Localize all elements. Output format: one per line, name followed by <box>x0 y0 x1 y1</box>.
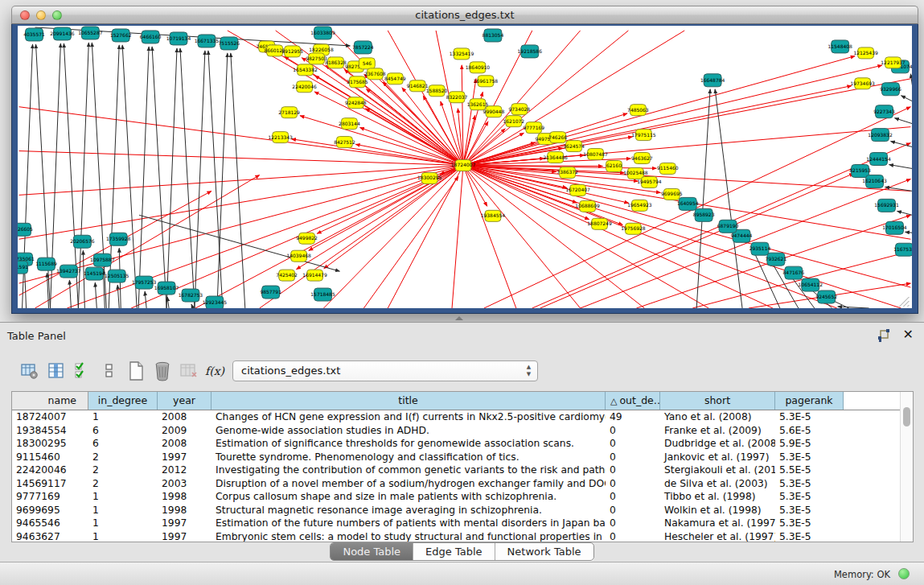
column-header-year[interactable]: year <box>158 392 211 410</box>
table-row[interactable]: 2242004622012Investigating the contribut… <box>12 463 913 477</box>
table-cell[interactable]: Franke et al. (2009) <box>660 424 775 438</box>
edge[interactable] <box>324 166 463 269</box>
table-row[interactable]: 977716911998Corpus callosum shape and si… <box>12 490 913 504</box>
table-cell[interactable]: Embryonic stem cells: a model to study s… <box>211 530 606 543</box>
edge[interactable] <box>692 251 910 308</box>
table-cell[interactable]: 9777169 <box>12 490 88 504</box>
edge[interactable] <box>180 48 195 308</box>
table-cell[interactable]: 5.3E-5 <box>775 517 844 530</box>
table-row[interactable]: 1830029562008Estimation of significance … <box>12 437 913 451</box>
table-cell[interactable]: 5.3E-5 <box>775 490 844 504</box>
table-cell[interactable]: 49 <box>606 410 660 424</box>
edge[interactable] <box>19 166 463 284</box>
table-cell[interactable]: 18300295 <box>12 437 88 451</box>
table-cell[interactable]: 0 <box>606 437 660 451</box>
citation-network-graph[interactable]: 4035571209914361065528715276626466160107… <box>18 26 912 308</box>
table-cell[interactable]: 9463627 <box>12 530 88 543</box>
edge[interactable] <box>19 166 463 196</box>
table-cell[interactable]: 1997 <box>158 517 211 530</box>
edge[interactable] <box>360 127 463 165</box>
table-row[interactable]: 1938455462009Genome-wide association stu… <box>12 424 913 438</box>
tab-network-table[interactable]: Network Table <box>495 543 593 560</box>
edge[interactable] <box>897 211 912 215</box>
edge[interactable] <box>905 232 912 233</box>
close-window-button[interactable] <box>20 10 30 20</box>
table-cell[interactable]: 1 <box>88 504 158 517</box>
table-cell[interactable]: 0 <box>606 424 660 438</box>
table-cell[interactable]: 2 <box>88 451 158 464</box>
edge[interactable] <box>167 297 169 308</box>
table-cell[interactable]: 6 <box>88 424 158 438</box>
edge[interactable] <box>889 165 912 169</box>
table-cell[interactable]: 22420046 <box>12 463 88 477</box>
edge[interactable] <box>195 51 205 308</box>
table-cell[interactable]: Wolkin et al. (1998) <box>660 504 775 517</box>
table-cell[interactable]: 6 <box>88 437 158 451</box>
table-cell[interactable]: Genome-wide association studies in ADHD. <box>211 424 606 438</box>
row-height-button[interactable] <box>99 360 120 381</box>
table-selector-dropdown[interactable]: citations_edges.txt ▲▼ <box>232 360 538 381</box>
edge[interactable] <box>910 74 912 85</box>
edge[interactable] <box>208 51 223 308</box>
tab-edge-table[interactable]: Edge Table <box>413 543 494 560</box>
table-cell[interactable]: 5.9E-5 <box>775 437 844 451</box>
table-cell[interactable]: 5.3E-5 <box>775 530 844 543</box>
table-cell[interactable]: Estimation of significance thresholds fo… <box>211 437 606 451</box>
edge[interactable] <box>95 282 97 308</box>
table-cell[interactable]: Hescheler et al. (1997) <box>660 530 775 543</box>
edge[interactable] <box>324 166 464 308</box>
table-cell[interactable]: 0 <box>606 504 660 517</box>
new-table-settings-button[interactable] <box>19 360 40 381</box>
edge[interactable] <box>463 166 487 207</box>
edge[interactable] <box>122 45 137 308</box>
table-cell[interactable]: 1998 <box>158 504 211 517</box>
table-cell[interactable]: 1997 <box>158 530 211 543</box>
edge[interactable] <box>117 285 119 308</box>
table-cell[interactable]: Nakamura et al. (1997) <box>660 517 775 530</box>
table-cell[interactable]: 9699695 <box>12 504 88 517</box>
edge[interactable] <box>69 280 71 308</box>
table-cell[interactable]: Jankovic et al. (1997) <box>660 451 775 464</box>
table-cell[interactable]: Changes of HCN gene expression and I(f) … <box>211 410 606 424</box>
table-cell[interactable]: Yano et al. (2008) <box>660 410 775 424</box>
table-cell[interactable]: 0 <box>606 463 660 477</box>
column-header-short[interactable]: short <box>660 392 775 410</box>
table-cell[interactable]: Investigating the contribution of common… <box>211 463 606 477</box>
new-document-button[interactable] <box>125 360 146 381</box>
close-panel-icon[interactable]: ✕ <box>903 328 914 342</box>
table-cell[interactable]: 9115460 <box>12 451 88 464</box>
table-cell[interactable]: Stergiakouli et al. (2012) <box>660 463 775 477</box>
edge[interactable] <box>452 166 463 308</box>
edge[interactable] <box>109 45 119 308</box>
column-header-in-degree[interactable]: in_degree <box>88 392 158 410</box>
table-cell[interactable]: 5.3E-5 <box>775 477 844 491</box>
table-cell[interactable]: 1997 <box>158 451 211 464</box>
table-cell[interactable]: 1 <box>88 410 158 424</box>
table-cell[interactable]: 0 <box>606 530 660 543</box>
column-header-out-de-[interactable]: △out_de… <box>606 392 660 410</box>
zoom-window-button[interactable] <box>52 10 62 20</box>
minimize-window-button[interactable] <box>36 10 46 20</box>
table-cell[interactable]: 9465546 <box>12 517 88 530</box>
edge[interactable] <box>152 47 166 308</box>
table-cell[interactable]: 1 <box>88 530 158 543</box>
edge[interactable] <box>365 109 463 166</box>
table-cell[interactable]: Estimation of the future numbers of pati… <box>211 517 606 530</box>
table-cell[interactable]: Corpus callosum shape and size in male p… <box>211 490 606 504</box>
table-cell[interactable]: Disruption of a novel member of a sodium… <box>211 477 606 491</box>
table-cell[interactable]: 19384554 <box>12 424 88 438</box>
memory-ok-indicator-icon[interactable] <box>898 568 910 579</box>
table-row[interactable]: 1872400712008Changes of HCN gene express… <box>12 410 913 424</box>
table-cell[interactable]: Tourette syndrome. Phenomenology and cla… <box>211 451 606 464</box>
table-cell[interactable]: Dudbridge et al. (2008) <box>660 437 775 451</box>
table-row[interactable]: 946554611997Estimation of the future num… <box>12 517 913 530</box>
edge[interactable] <box>145 291 146 308</box>
edge[interactable] <box>260 166 463 308</box>
splitter-grip[interactable] <box>455 316 463 320</box>
table-cell[interactable]: 1 <box>88 517 158 530</box>
table-cell[interactable]: 2 <box>88 477 158 491</box>
table-row[interactable]: 1456911722003Disruption of a novel membe… <box>12 477 913 491</box>
table-cell[interactable]: 0 <box>606 451 660 464</box>
table-cell[interactable]: 0 <box>606 517 660 530</box>
table-cell[interactable]: 2012 <box>158 463 211 477</box>
